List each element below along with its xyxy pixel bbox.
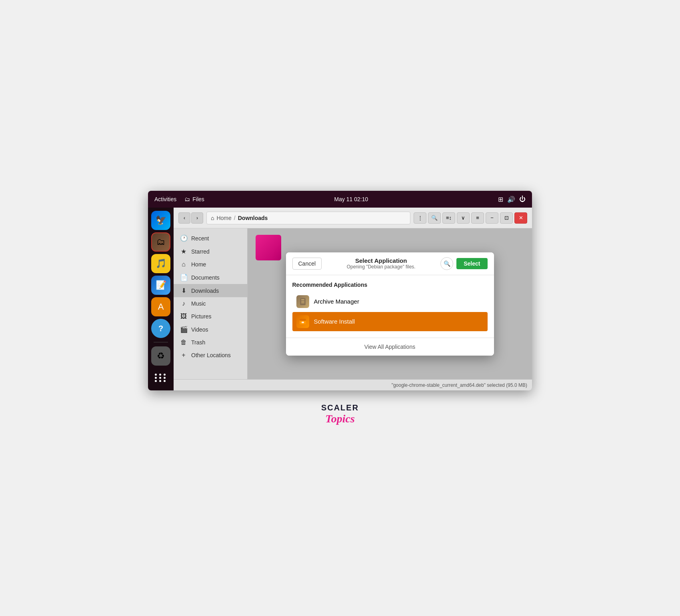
branding: SCALER Topics bbox=[321, 403, 359, 425]
file-manager: ‹ › ⌂ Home / Downloads ⋮ 🔍 ≡↕ ∨ ≡ − ⊡ bbox=[174, 208, 532, 390]
dialog-search-button[interactable]: 🔍 bbox=[440, 257, 453, 270]
volume-icon: 🔊 bbox=[507, 196, 515, 203]
music-icon: ♪ bbox=[180, 300, 187, 307]
sidebar-label-downloads: Downloads bbox=[191, 288, 219, 294]
forward-button[interactable]: › bbox=[191, 212, 203, 224]
breadcrumb-current[interactable]: Downloads bbox=[238, 215, 268, 221]
sidebar-label-documents: Documents bbox=[191, 274, 220, 281]
svg-rect-3 bbox=[301, 302, 304, 303]
top-bar: Activities 🗂 Files May 11 02:10 ⊞ 🔊 ⏻ bbox=[148, 191, 532, 208]
software-install-label: Software Install bbox=[314, 318, 355, 325]
videos-icon: 🎬 bbox=[180, 326, 187, 333]
sidebar-item-pictures[interactable]: 🖼 Pictures bbox=[174, 310, 247, 323]
dock-icon-files[interactable]: 🗂 bbox=[151, 232, 170, 252]
home-sidebar-icon: ⌂ bbox=[180, 261, 187, 268]
app-item-software-install[interactable]: Software Install bbox=[292, 312, 488, 331]
app-list: Archive Manager bbox=[292, 292, 488, 331]
dock-separator bbox=[154, 342, 168, 342]
dock-icon-trash[interactable]: ♻ bbox=[151, 346, 170, 366]
folder-icon: 🗂 bbox=[184, 196, 190, 202]
sidebar-label-pictures: Pictures bbox=[191, 313, 212, 320]
dialog-title-area: Select Application Opening "Debian packa… bbox=[325, 257, 437, 270]
dock-icon-apps[interactable] bbox=[151, 368, 170, 387]
software-install-icon bbox=[296, 315, 309, 328]
more-menu-button[interactable]: ⋮ bbox=[414, 212, 426, 224]
starred-icon: ★ bbox=[180, 248, 187, 255]
home-icon: ⌂ bbox=[211, 215, 214, 221]
dock-icon-writer[interactable]: 📝 bbox=[151, 276, 170, 295]
sidebar-label-recent: Recent bbox=[191, 235, 209, 242]
sidebar-label-home: Home bbox=[191, 261, 206, 268]
status-bar: "google-chrome-stable_current_amd64.deb"… bbox=[174, 379, 532, 390]
sidebar-label-starred: Starred bbox=[191, 248, 210, 255]
sidebar: 🕐 Recent ★ Starred ⌂ Home 📄 Documents bbox=[174, 228, 248, 379]
screenshot-wrapper: Activities 🗂 Files May 11 02:10 ⊞ 🔊 ⏻ 🦅 … bbox=[148, 191, 532, 390]
sidebar-label-music: Music bbox=[191, 300, 206, 307]
dialog-header: Cancel Select Application Opening "Debia… bbox=[286, 252, 494, 275]
sidebar-item-recent[interactable]: 🕐 Recent bbox=[174, 232, 247, 245]
app-item-archive-manager[interactable]: Archive Manager bbox=[292, 292, 488, 311]
activities-label[interactable]: Activities bbox=[154, 196, 176, 202]
breadcrumb-separator: / bbox=[234, 215, 236, 221]
minimize-button[interactable]: − bbox=[486, 212, 498, 224]
view-toggle-button[interactable]: ∨ bbox=[457, 212, 470, 224]
top-bar-datetime: May 11 02:10 bbox=[334, 196, 368, 202]
dock-icon-help[interactable]: ? bbox=[151, 319, 170, 338]
downloads-icon: ⬇ bbox=[180, 287, 187, 294]
nav-buttons: ‹ › bbox=[178, 212, 203, 224]
trash-icon: 🗑 bbox=[180, 339, 187, 346]
branding-topics-label: Topics bbox=[325, 412, 355, 425]
dock-icon-appstore[interactable]: A bbox=[151, 297, 170, 316]
sidebar-item-downloads[interactable]: ⬇ Downloads bbox=[174, 284, 247, 297]
sidebar-label-other: Other Locations bbox=[191, 352, 231, 358]
breadcrumb-home[interactable]: Home bbox=[216, 215, 231, 221]
apps-grid bbox=[155, 374, 167, 382]
file-area: Cancel Select Application Opening "Debia… bbox=[248, 228, 532, 379]
power-icon[interactable]: ⏻ bbox=[519, 196, 526, 203]
sidebar-item-documents[interactable]: 📄 Documents bbox=[174, 271, 247, 284]
archive-manager-label: Archive Manager bbox=[314, 298, 359, 305]
back-button[interactable]: ‹ bbox=[178, 212, 190, 224]
dialog-overlay: Cancel Select Application Opening "Debia… bbox=[248, 228, 532, 379]
sidebar-label-trash: Trash bbox=[191, 339, 205, 346]
content-area: 🕐 Recent ★ Starred ⌂ Home 📄 Documents bbox=[174, 228, 532, 379]
dialog-subtitle: Opening "Debian package" files. bbox=[325, 264, 437, 270]
dialog-body: Recommended Applications bbox=[286, 275, 494, 338]
pictures-icon: 🖼 bbox=[180, 313, 187, 320]
sidebar-item-videos[interactable]: 🎬 Videos bbox=[174, 323, 247, 336]
dock: 🦅 🗂 🎵 📝 A ? ♻ bbox=[148, 208, 174, 390]
sidebar-item-music[interactable]: ♪ Music bbox=[174, 297, 247, 310]
sort-button[interactable]: ≡↕ bbox=[442, 212, 455, 224]
view-menu-button[interactable]: ≡ bbox=[471, 212, 484, 224]
recommended-title: Recommended Applications bbox=[292, 282, 488, 288]
sidebar-item-trash[interactable]: 🗑 Trash bbox=[174, 336, 247, 349]
main-layout: 🦅 🗂 🎵 📝 A ? ♻ ‹ › bbox=[148, 208, 532, 390]
cancel-button[interactable]: Cancel bbox=[292, 258, 322, 270]
archive-manager-icon bbox=[296, 295, 309, 308]
dialog-title: Select Application bbox=[325, 257, 437, 264]
dock-icon-rhythmbox[interactable]: 🎵 bbox=[151, 254, 170, 273]
status-text: "google-chrome-stable_current_amd64.deb"… bbox=[392, 382, 527, 388]
restore-button[interactable]: ⊡ bbox=[500, 212, 513, 224]
search-button[interactable]: 🔍 bbox=[428, 212, 441, 224]
sidebar-item-home[interactable]: ⌂ Home bbox=[174, 258, 247, 271]
select-button[interactable]: Select bbox=[456, 258, 487, 269]
sidebar-item-starred[interactable]: ★ Starred bbox=[174, 245, 247, 258]
sidebar-label-videos: Videos bbox=[191, 326, 208, 333]
dialog-footer: View All Applications bbox=[286, 338, 494, 356]
other-icon: + bbox=[180, 352, 187, 359]
dock-icon-thunderbird[interactable]: 🦅 bbox=[151, 211, 170, 230]
sidebar-item-other[interactable]: + Other Locations bbox=[174, 349, 247, 362]
close-button[interactable]: ✕ bbox=[514, 212, 527, 224]
toolbar-actions: ⋮ 🔍 ≡↕ ∨ ≡ − ⊡ ✕ bbox=[414, 212, 527, 224]
top-bar-right: ⊞ 🔊 ⏻ bbox=[498, 196, 526, 203]
select-application-dialog: Cancel Select Application Opening "Debia… bbox=[286, 252, 494, 356]
view-all-button[interactable]: View All Applications bbox=[286, 338, 494, 356]
top-bar-files[interactable]: 🗂 Files bbox=[184, 196, 204, 202]
svg-rect-5 bbox=[300, 319, 306, 321]
svg-rect-6 bbox=[302, 322, 304, 323]
branding-scaler-label: SCALER bbox=[321, 403, 359, 412]
svg-rect-1 bbox=[301, 299, 304, 300]
breadcrumb-bar: ⌂ Home / Downloads bbox=[206, 212, 410, 224]
recent-icon: 🕐 bbox=[180, 234, 187, 242]
